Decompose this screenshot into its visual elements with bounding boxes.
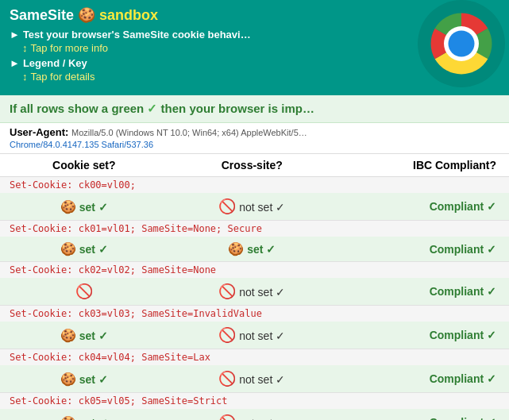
cookie-emoji: 🍪: [78, 7, 99, 23]
chrome-logo: [418, 0, 505, 87]
arrow1-icon: ►: [10, 29, 20, 40]
set-cookie-row: Set-Cookie: ck02=vl02; SameSite=None: [0, 262, 509, 279]
compliant-cell: Compliant ✓: [336, 237, 509, 262]
not-set-text: not set ✓: [239, 417, 285, 420]
compliant-cell: Compliant ✓: [336, 365, 509, 393]
cookie-icon: 🍪: [60, 242, 76, 256]
cross-site-cell: 🚫 not set ✓: [168, 322, 337, 349]
no-icon: 🚫: [75, 283, 93, 299]
cookie-set-cell: 🍪 set ✓: [0, 365, 168, 393]
compliant-cell: Compliant ✓: [336, 409, 509, 420]
set-text: set ✓: [247, 243, 276, 256]
set-cookie-row: Set-Cookie: ck03=vl03; SameSite=InvalidV…: [0, 306, 509, 322]
cross-site-cell: 🍪 set ✓: [168, 237, 337, 262]
user-agent-value: Mozilla/5.0 (Windows NT 10.0; Win64; x64…: [71, 128, 307, 137]
not-set-text: not set ✓: [239, 286, 285, 299]
col-header-cross-site: Cross-site?: [168, 154, 337, 177]
set-cookie-label: Set-Cookie: ck05=vl05; SameSite=Strict: [0, 393, 509, 410]
table-row: 🚫🚫 not set ✓Compliant ✓: [0, 278, 509, 306]
col-header-cookie-set: Cookie set?: [0, 154, 168, 177]
header: SameSite 🍪 sandbox ► Test your browser's…: [0, 0, 509, 95]
samesite-label: SameSite: [10, 7, 74, 23]
cookie-icon: 🍪: [60, 372, 76, 386]
no-icon: 🚫: [218, 371, 236, 387]
col-header-compliant: IBC Compliant?: [336, 154, 509, 177]
set-text: set ✓: [79, 243, 108, 256]
green-banner: If all rows show a green ✓ then your bro…: [0, 95, 509, 123]
cross-site-cell: 🚫 not set ✓: [168, 278, 337, 306]
set-cookie-row: Set-Cookie: ck01=vl01; SameSite=None; Se…: [0, 221, 509, 237]
cross-site-cell: 🚫 not set ✓: [168, 365, 337, 393]
set-cookie-row: Set-Cookie: ck00=vl00;: [0, 177, 509, 194]
set-text: set ✓: [79, 373, 108, 386]
set-cookie-row: Set-Cookie: ck04=vl04; SameSite=Lax: [0, 349, 509, 366]
no-icon: 🚫: [218, 327, 236, 343]
table-header-row: Cookie set? Cross-site? IBC Compliant?: [0, 154, 509, 177]
cookie-table: Cookie set? Cross-site? IBC Compliant? S…: [0, 154, 509, 420]
cross-site-cell: 🚫 not set ✓: [168, 409, 337, 420]
tap2-text: Tap for details: [31, 71, 95, 83]
section2-text: Legend / Key: [23, 57, 87, 69]
no-icon: 🚫: [218, 414, 236, 420]
set-cookie-label: Set-Cookie: ck03=vl03; SameSite=InvalidV…: [0, 306, 509, 322]
no-icon: 🚫: [218, 283, 236, 299]
cookie-set-cell: 🍪 set ✓: [0, 193, 168, 221]
set-text: set ✓: [79, 417, 108, 421]
table-body: Set-Cookie: ck00=vl00;🍪 set ✓🚫 not set ✓…: [0, 177, 509, 421]
set-cookie-label: Set-Cookie: ck04=vl04; SameSite=Lax: [0, 349, 509, 366]
table-row: 🍪 set ✓🚫 not set ✓Compliant ✓: [0, 409, 509, 420]
table-row: 🍪 set ✓🚫 not set ✓Compliant ✓: [0, 322, 509, 349]
green-banner-text: If all rows show a green ✓ then your bro…: [10, 102, 314, 115]
tap1-arrow-icon: ↕: [22, 42, 28, 54]
cookie-icon: 🍪: [60, 416, 76, 421]
user-agent-label: User-Agent:: [10, 126, 68, 138]
cross-site-cell: 🚫 not set ✓: [168, 193, 337, 221]
section1-text: Test your browser's SameSite cookie beha…: [23, 29, 251, 40]
cookie-icon: 🍪: [228, 242, 244, 256]
set-cookie-row: Set-Cookie: ck05=vl05; SameSite=Strict: [0, 393, 509, 410]
not-set-text: not set ✓: [239, 373, 285, 386]
cookie-set-cell: 🚫: [0, 278, 168, 306]
set-cookie-label: Set-Cookie: ck00=vl00;: [0, 177, 509, 194]
cookie-icon: 🍪: [60, 329, 76, 342]
user-agent-section: User-Agent: Mozilla/5.0 (Windows NT 10.0…: [0, 123, 509, 154]
table-row: 🍪 set ✓🍪 set ✓Compliant ✓: [0, 237, 509, 262]
compliant-cell: Compliant ✓: [336, 278, 509, 306]
set-text: set ✓: [79, 329, 108, 342]
set-text: set ✓: [79, 201, 108, 214]
compliant-cell: Compliant ✓: [336, 193, 509, 221]
arrow2-icon: ►: [10, 57, 20, 69]
cookie-set-cell: 🍪 set ✓: [0, 322, 168, 349]
table-row: 🍪 set ✓🚫 not set ✓Compliant ✓: [0, 365, 509, 393]
table-row: 🍪 set ✓🚫 not set ✓Compliant ✓: [0, 193, 509, 221]
compliant-cell: Compliant ✓: [336, 322, 509, 349]
svg-point-2: [449, 31, 475, 57]
chrome-version: Chrome/84.0.4147.135 Safari/537.36: [10, 140, 153, 149]
no-icon: 🚫: [218, 198, 236, 214]
not-set-text: not set ✓: [239, 201, 285, 214]
set-cookie-label: Set-Cookie: ck02=vl02; SameSite=None: [0, 262, 509, 279]
set-cookie-label: Set-Cookie: ck01=vl01; SameSite=None; Se…: [0, 221, 509, 237]
tap2-arrow-icon: ↕: [22, 71, 28, 83]
cookie-set-cell: 🍪 set ✓: [0, 409, 168, 420]
cookie-set-cell: 🍪 set ✓: [0, 237, 168, 262]
sandbox-label: sandbox: [99, 7, 158, 23]
tap1-text: Tap for more info: [31, 42, 109, 54]
not-set-text: not set ✓: [239, 329, 285, 342]
cookie-icon: 🍪: [60, 200, 76, 214]
